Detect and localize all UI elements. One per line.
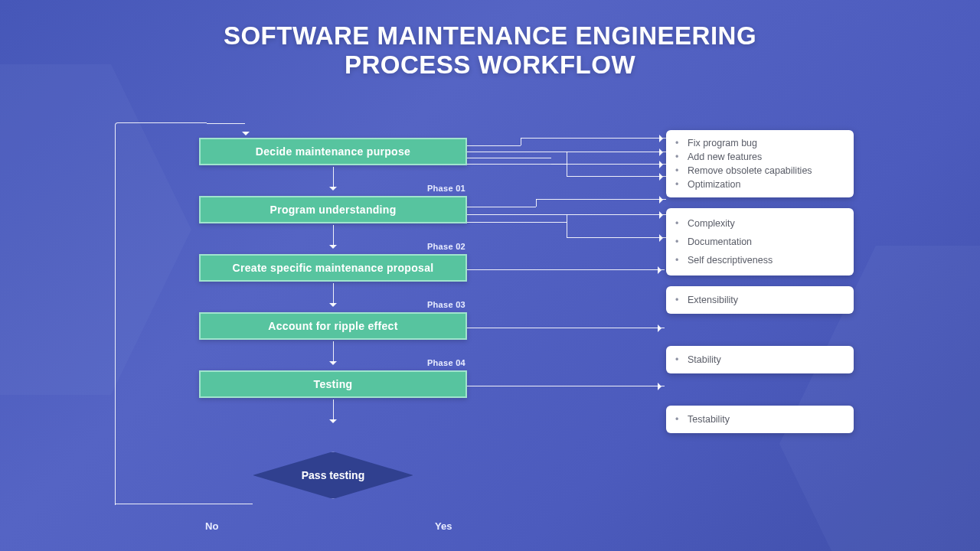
title-line-2: PROCESS WORKFLOW [345,51,635,79]
step-ripple-effect: Phase 03 Account for ripple effect [199,312,467,340]
phase-label: Phase 03 [427,300,466,309]
card-item: Documentation [686,233,846,251]
connector-4-decision [199,398,467,429]
fan-step-1 [467,197,666,243]
card-program-understanding: Complexity Documentation Self descriptiv… [666,208,854,276]
card-item: Stability [686,353,846,367]
conn-step-4 [467,386,665,386]
detail-cards-column: Fix program bug Add new features Remove … [666,130,854,433]
step-label: Program understanding [270,204,397,216]
step-testing: Phase 04 Testing [199,370,467,398]
decision-pass-testing: Pass testing [253,452,413,499]
title-line-1: SOFTWARE MAINTENANCE ENGINEERING [224,21,756,50]
slide-title: SOFTWARE MAINTENANCE ENGINEERING PROCESS… [0,21,980,80]
card-testability: Testability [666,406,854,433]
card-extensibility: Extensibility [666,286,854,314]
card-item: Add new features [686,150,846,164]
phase-label: Phase 01 [427,184,466,193]
card-item: Extensibility [686,293,846,307]
feedback-loop-bottom [115,504,253,504]
conn-step-2 [467,269,665,270]
phase-label: Phase 04 [427,358,466,367]
flow-column: Decide maintenance purpose Phase 01 Prog… [199,138,467,429]
conn-step-3 [467,328,665,328]
card-item: Complexity [686,214,846,233]
card-item: Optimization [686,178,846,191]
step-label: Testing [314,378,353,390]
step-label: Account for ripple effect [268,320,397,332]
decision-label: Pass testing [302,469,364,481]
step-label: Create specific maintenance proposal [233,262,434,274]
card-maintenance-purpose: Fix program bug Add new features Remove … [666,130,854,197]
card-item: Self descriptiveness [686,251,846,269]
decision-wrap: Pass testing [199,452,467,499]
decision-no-label: No [205,520,218,532]
phase-label: Phase 02 [427,242,466,251]
step-decide-purpose: Decide maintenance purpose [199,138,467,165]
decision-yes-label: Yes [435,520,452,532]
fan-step-0 [467,138,666,184]
card-item: Testability [686,412,846,426]
step-label: Decide maintenance purpose [256,145,410,158]
card-item: Remove obsolete capabilities [686,164,846,178]
feedback-loop-line [115,122,207,505]
card-stability: Stability [666,346,854,373]
step-program-understanding: Phase 01 Program understanding [199,196,467,223]
card-item: Fix program bug [686,136,846,150]
step-create-proposal: Phase 02 Create specific maintenance pro… [199,254,467,282]
